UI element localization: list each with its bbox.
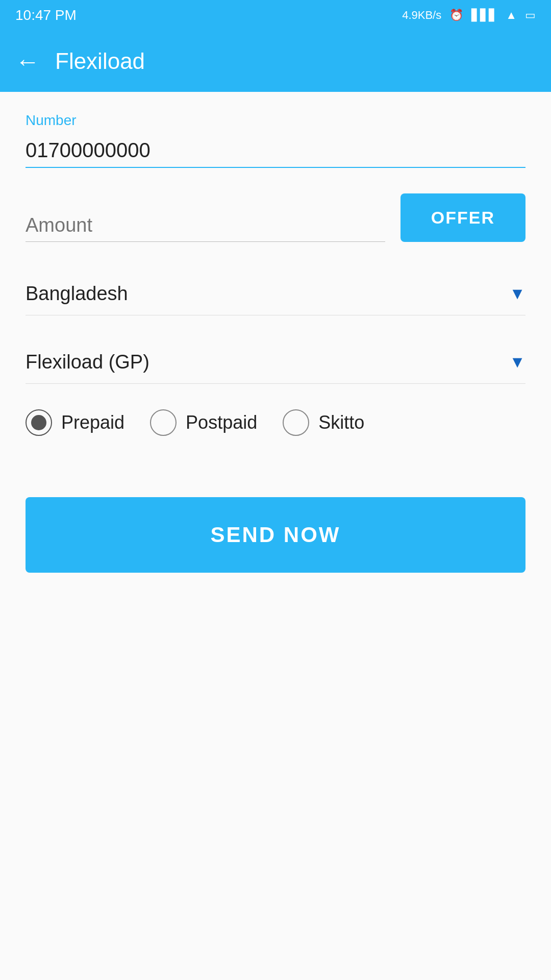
service-dropdown-arrow: ▼ [509, 353, 525, 372]
service-value: Flexiload (GP) [26, 351, 149, 373]
amount-field [26, 209, 385, 242]
back-arrow-icon: ← [15, 47, 40, 76]
status-bar: 10:47 PM 4.9KB/s ⏰ ▋▋▋ ▲ ▭ [0, 0, 551, 31]
page-title: Flexiload [55, 48, 145, 74]
app-bar: ← Flexiload [0, 31, 551, 92]
network-speed: 4.9KB/s [402, 9, 441, 22]
radio-skitto[interactable]: Skitto [283, 409, 364, 436]
signal-icon: ▋▋▋ [471, 9, 497, 22]
number-input[interactable] [26, 134, 525, 168]
radio-postpaid[interactable]: Postpaid [150, 409, 257, 436]
radio-postpaid-outer [150, 409, 177, 436]
radio-prepaid-inner [31, 415, 46, 430]
amount-input[interactable] [26, 209, 385, 242]
form-content: Number OFFER Bangladesh ▼ Flexiload (GP)… [0, 92, 551, 980]
status-time: 10:47 PM [15, 7, 77, 23]
country-dropdown[interactable]: Bangladesh ▼ [26, 273, 525, 315]
radio-skitto-outer [283, 409, 309, 436]
wifi-icon: ▲ [506, 9, 517, 22]
status-icons: 4.9KB/s ⏰ ▋▋▋ ▲ ▭ [402, 9, 536, 22]
radio-prepaid-label: Prepaid [61, 412, 124, 433]
battery-icon: ▭ [525, 9, 536, 22]
radio-skitto-label: Skitto [318, 412, 364, 433]
number-label: Number [26, 112, 525, 129]
number-field: Number [26, 112, 525, 168]
amount-row: OFFER [26, 193, 525, 242]
radio-prepaid[interactable]: Prepaid [26, 409, 124, 436]
alarm-icon: ⏰ [449, 9, 463, 22]
back-button[interactable]: ← [15, 47, 40, 76]
offer-button[interactable]: OFFER [400, 193, 525, 242]
radio-postpaid-label: Postpaid [186, 412, 257, 433]
service-dropdown[interactable]: Flexiload (GP) ▼ [26, 341, 525, 384]
radio-prepaid-outer [26, 409, 52, 436]
send-now-button[interactable]: SEND NOW [26, 497, 525, 573]
country-value: Bangladesh [26, 283, 128, 305]
connection-type-group: Prepaid Postpaid Skitto [26, 409, 525, 436]
country-dropdown-arrow: ▼ [509, 284, 525, 303]
